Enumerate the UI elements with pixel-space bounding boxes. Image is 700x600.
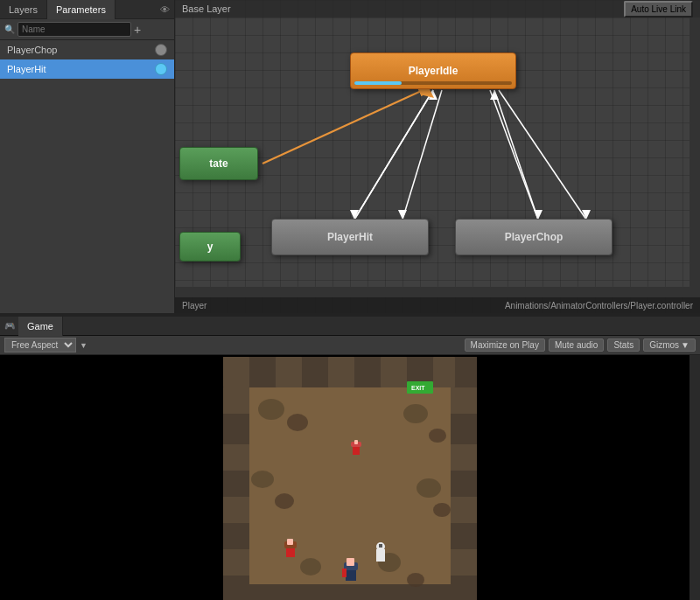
svg-rect-22 [381,357,407,387]
svg-rect-29 [223,444,249,471]
animator-scrollbar-bottom[interactable] [175,287,690,297]
auto-live-link-button[interactable]: Auto Live Link [624,1,693,17]
svg-rect-17 [249,357,276,387]
eye-icon[interactable]: 👁 [160,4,170,15]
svg-point-48 [403,404,428,423]
sidebar: Layers Parameters 👁 🔍 + PlayerChop Playe… [0,0,175,313]
animator-main[interactable]: Base Layer Auto Live Link [175,0,700,313]
param-toggle-playerhit[interactable] [155,63,167,75]
param-name-playerchop: PlayerChop [7,45,155,55]
svg-rect-36 [451,387,477,414]
svg-rect-21 [354,357,381,387]
svg-line-5 [354,90,433,220]
game-panel: 🎮 Game Free Aspect ▼ Maximize on Play Mu… [0,317,700,600]
game-viewport[interactable]: EXIT [0,355,700,600]
svg-rect-39 [451,471,477,497]
footer-right: Animations/AnimatorControllers/Player.co… [505,301,693,310]
svg-point-47 [287,414,308,431]
svg-rect-69 [376,549,385,562]
svg-rect-32 [223,523,249,549]
svg-rect-20 [328,357,354,387]
node-playeridle[interactable]: PlayerIdle [350,52,516,89]
param-item-playerhit[interactable]: PlayerHit [0,59,174,79]
svg-rect-27 [223,387,249,414]
svg-point-54 [300,558,321,576]
game-tab[interactable]: Game [18,317,63,336]
aspect-select[interactable]: Free Aspect [4,338,76,352]
game-scrollbar[interactable] [690,355,700,600]
mute-audio-button[interactable]: Mute audio [549,338,604,352]
svg-rect-71 [379,544,382,548]
search-bar: 🔍 + [0,19,174,40]
svg-point-46 [258,399,284,420]
tab-bar: Layers Parameters 👁 [0,0,174,19]
node-playerhit[interactable]: PlayerHit [271,219,429,255]
animator-footer: Player Animations/AnimatorControllers/Pl… [175,297,700,313]
param-item-playerchop[interactable]: PlayerChop [0,40,174,59]
svg-line-4 [499,90,586,220]
svg-point-51 [275,493,294,509]
svg-rect-61 [354,440,358,444]
param-name-playerhit: PlayerHit [7,64,155,74]
param-toggle-playerchop[interactable] [155,44,167,56]
svg-rect-18 [276,357,302,387]
maximize-on-play-button[interactable]: Maximize on Play [465,338,545,352]
svg-point-49 [429,429,446,443]
svg-rect-19 [302,357,328,387]
node-playerchop[interactable]: PlayerChop [455,219,612,255]
tab-layers[interactable]: Layers [0,0,47,19]
svg-line-2 [402,90,442,220]
svg-point-56 [407,573,424,587]
animator-scrollbar-right[interactable] [690,17,700,297]
svg-point-52 [416,478,441,498]
gizmos-dropdown-icon: ▼ [681,340,690,350]
svg-rect-44 [223,584,477,600]
svg-line-3 [490,90,538,220]
svg-rect-68 [342,569,346,577]
game-toolbar: Free Aspect ▼ Maximize on Play Mute audi… [0,336,700,355]
svg-text:EXIT: EXIT [411,385,425,391]
aspect-dropdown-arrow: ▼ [80,341,88,350]
svg-point-50 [251,471,274,488]
node-y[interactable]: y [179,232,241,262]
node-state[interactable]: tate [179,147,258,180]
svg-rect-37 [451,418,477,444]
svg-rect-40 [451,497,477,523]
animator-panel: Layers Parameters 👁 🔍 + PlayerChop Playe… [0,0,700,313]
svg-line-6 [494,90,538,220]
svg-rect-38 [451,444,477,471]
svg-rect-30 [223,471,249,497]
svg-rect-67 [346,558,354,566]
svg-marker-11 [429,90,438,100]
svg-rect-25 [455,357,477,387]
svg-rect-41 [451,523,477,549]
svg-point-53 [433,503,451,517]
svg-rect-64 [287,539,293,545]
game-canvas: EXIT [223,357,477,600]
svg-line-0 [262,87,429,164]
footer-left: Player [182,301,206,310]
svg-marker-12 [490,90,499,100]
svg-rect-16 [223,357,249,387]
animator-title-bar: Base Layer Auto Live Link [175,0,700,17]
svg-rect-33 [223,549,249,576]
add-param-button[interactable]: + [134,24,141,36]
svg-rect-31 [223,497,249,523]
svg-line-1 [354,90,433,220]
search-input[interactable] [18,22,131,37]
game-icon: 🎮 [4,321,15,331]
base-layer-label: Base Layer [182,3,231,14]
svg-rect-24 [433,357,455,387]
search-icon: 🔍 [4,24,15,34]
svg-rect-28 [223,418,249,444]
stats-button[interactable]: Stats [607,338,640,352]
gizmos-button[interactable]: Gizmos ▼ [643,338,696,352]
svg-rect-42 [451,549,477,576]
tab-parameters[interactable]: Parameters [47,0,116,19]
game-scene-svg: EXIT [223,357,477,600]
game-tab-bar: 🎮 Game [0,317,700,336]
